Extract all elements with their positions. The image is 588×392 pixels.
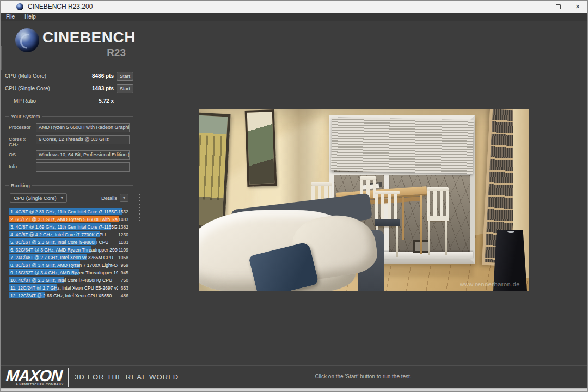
footer-tagline: 3D FOR THE REAL WORLD — [75, 373, 179, 381]
footer: MAXON A NEMETSCHEK COMPANY 3D FOR THE RE… — [1, 365, 587, 388]
venetian-blinds — [331, 117, 474, 173]
ranking-row[interactable]: 12. 12C/24T @ 2.66 GHz, Intel Xeon CPU X… — [9, 292, 130, 298]
your-system-group: Your System Processor AMD Ryzen 5 6600H … — [5, 116, 133, 176]
menu-file[interactable]: File — [6, 14, 15, 20]
cinebench-logo: CINEBENCH R23 — [1, 27, 138, 60]
ranking-row[interactable]: 6. 32C/64T @ 3 GHz, AMD Ryzen Threadripp… — [9, 246, 130, 253]
status-message: Click on the 'Start' button to run the t… — [315, 373, 411, 379]
ranking-row[interactable]: 7. 24C/48T @ 2.7 GHz, Intel Xeon W-3265M… — [9, 254, 130, 260]
divider — [5, 64, 133, 64]
details-label: Details — [101, 195, 117, 201]
maxon-wordmark: MAXON — [5, 367, 64, 384]
title-bar: CINEBENCH R23.200 ✕ — [1, 1, 587, 13]
ranking-entry-score: 1230 — [118, 232, 128, 237]
ranking-list: 1. 4C/8T @ 2.81 GHz, 11th Gen Intel Core… — [9, 208, 130, 298]
ranking-entry-label: 12. 12C/24T @ 2.66 GHz, Intel Xeon CPU X… — [10, 293, 112, 298]
cores-ghz-label: Cores x GHz — [9, 135, 36, 148]
ranking-entry-label: 3. 4C/8T @ 1.69 GHz, 11th Gen Intel Core… — [10, 224, 118, 230]
ranking-entry-label: 11. 12C/24T @ 2.7 GHz, Intel Xeon CPU E5… — [10, 285, 118, 291]
os-label: OS — [9, 150, 36, 160]
multi-core-start-button[interactable]: Start — [117, 72, 133, 81]
table-leg — [420, 195, 422, 254]
ranking-entry-score: 1483 — [118, 217, 128, 222]
ranking-entry-score: 959 — [121, 262, 128, 268]
maximize-button[interactable] — [548, 1, 568, 13]
main-area: www.renderbaron.de — [138, 21, 587, 365]
single-core-row: CPU (Single Core) 1483 pts Start — [1, 82, 138, 95]
ranking-entry-score: 1109 — [119, 247, 128, 253]
ranking-entry-score: 1382 — [118, 224, 128, 230]
cinema4d-sphere-icon — [15, 28, 39, 52]
maximize-icon — [556, 4, 561, 9]
chevron-down-icon: ▾ — [61, 195, 63, 200]
ranking-group: Ranking CPU (Single Core) ▾ Details ▾ 1.… — [5, 185, 133, 373]
processor-label: Processor — [9, 123, 36, 132]
chevron-down-icon: ▾ — [123, 195, 125, 200]
minimize-button[interactable] — [529, 1, 548, 13]
ranking-row[interactable]: 9. 16C/32T @ 3.4 GHz, AMD Ryzen Threadri… — [9, 269, 130, 275]
ranking-entry-score: 1058 — [118, 255, 128, 260]
details-dropdown-button[interactable]: ▾ — [120, 194, 128, 202]
ranking-entry-score: 1532 — [118, 209, 128, 215]
os-field[interactable]: Windows 10, 64 Bit, Professional Edition… — [36, 150, 130, 160]
minimize-icon — [536, 7, 541, 7]
render-scene: www.renderbaron.de — [199, 109, 529, 291]
ranking-entry-score: 653 — [121, 285, 128, 291]
mp-ratio-value: 5.72 x — [82, 98, 114, 104]
cores-ghz-field[interactable]: 6 Cores, 12 Threads @ 3.3 GHz — [36, 135, 130, 144]
ranking-entry-label: 6. 32C/64T @ 3 GHz, AMD Ryzen Threadripp… — [10, 247, 118, 253]
ranking-row[interactable]: 5. 8C/16T @ 2.3 GHz, Intel Core i9-9880H… — [9, 238, 130, 245]
ranking-entry-score: 486 — [121, 293, 128, 298]
logo-version: R23 — [42, 47, 126, 59]
mp-ratio-label: MP Ratio — [5, 98, 82, 104]
close-button[interactable]: ✕ — [568, 1, 587, 13]
left-panel: CINEBENCH R23 CPU (Multi Core) 8486 pts … — [1, 21, 138, 365]
ranking-entry-label: 2. 6C/12T @ 3.3 GHz, AMD Ryzen 5 6600H w… — [10, 217, 118, 222]
chair-right — [427, 187, 449, 255]
ranking-entry-label: 5. 8C/16T @ 2.3 GHz, Intel Core i9-9880H… — [10, 240, 108, 245]
painting-upper — [245, 109, 277, 187]
ranking-entry-score: 750 — [121, 278, 128, 283]
cinebench-window: CINEBENCH R23.200 ✕ File Help CINEBENCH … — [0, 0, 588, 392]
multi-core-score: 8486 pts — [82, 73, 114, 79]
ranking-row[interactable]: 10. 4C/8T @ 2.3 GHz, Intel Core i7-4850H… — [9, 277, 130, 283]
table-leg — [402, 197, 404, 240]
cinema4d-app-icon — [16, 3, 23, 10]
ranking-row[interactable]: 4. 4C/8T @ 4.2 GHz, Intel Core i7-7700K … — [9, 231, 130, 237]
menu-help[interactable]: Help — [24, 14, 36, 20]
ranking-row[interactable]: 11. 12C/24T @ 2.7 GHz, Intel Xeon CPU E5… — [9, 284, 130, 291]
ranking-entry-score: 945 — [121, 270, 128, 275]
ranking-row[interactable]: 3. 4C/8T @ 1.69 GHz, 11th Gen Intel Core… — [9, 223, 130, 230]
ranking-entry-label: 10. 4C/8T @ 2.3 GHz, Intel Core i7-4850H… — [10, 278, 112, 283]
ranking-row[interactable]: 8. 8C/16T @ 3.4 GHz, AMD Ryzen 7 1700X E… — [9, 261, 130, 268]
window-bottom-edge — [1, 388, 587, 392]
info-label: Info — [9, 162, 36, 171]
processor-field[interactable]: AMD Ryzen 5 6600H with Radeon Graphics — [36, 123, 130, 132]
window-title: CINEBENCH R23.200 — [28, 3, 93, 10]
multi-core-row: CPU (Multi Core) 8486 pts Start — [1, 70, 138, 82]
single-core-start-button[interactable]: Start — [117, 84, 133, 93]
ranking-filter-select[interactable]: CPU (Single Core) ▾ — [10, 193, 67, 203]
render-watermark: www.renderbaron.de — [460, 281, 520, 287]
ranking-entry-label: 9. 16C/32T @ 3.4 GHz, AMD Ryzen Threadri… — [10, 270, 118, 275]
close-icon: ✕ — [575, 4, 580, 10]
multi-core-label: CPU (Multi Core) — [5, 73, 82, 79]
ranking-row[interactable]: 1. 4C/8T @ 2.81 GHz, 11th Gen Intel Core… — [9, 208, 130, 215]
mp-ratio-row: MP Ratio 5.72 x — [1, 95, 138, 107]
ranking-entry-label: 1. 4C/8T @ 2.81 GHz, 11th Gen Intel Core… — [10, 209, 118, 215]
ranking-row[interactable]: 2. 6C/12T @ 3.3 GHz, AMD Ryzen 5 6600H w… — [9, 216, 130, 222]
footer-divider — [68, 368, 69, 387]
panel-splitter-grip[interactable] — [139, 194, 140, 223]
single-core-score: 1483 pts — [82, 85, 114, 91]
your-system-legend: Your System — [9, 113, 42, 119]
ranking-filter-value: CPU (Single Core) — [14, 195, 57, 201]
menu-bar: File Help — [1, 13, 587, 21]
single-core-label: CPU (Single Core) — [5, 85, 82, 91]
logo-title: CINEBENCH — [42, 29, 136, 46]
ranking-entry-label: 7. 24C/48T @ 2.7 GHz, Intel Xeon W-3265M… — [10, 255, 113, 260]
sofa — [199, 201, 384, 291]
ranking-entry-label: 8. 8C/16T @ 3.4 GHz, AMD Ryzen 7 1700X E… — [10, 262, 118, 268]
info-field[interactable] — [36, 162, 130, 171]
maxon-logo: MAXON A NEMETSCHEK COMPANY — [6, 367, 64, 386]
ranking-legend: Ranking — [9, 182, 32, 188]
